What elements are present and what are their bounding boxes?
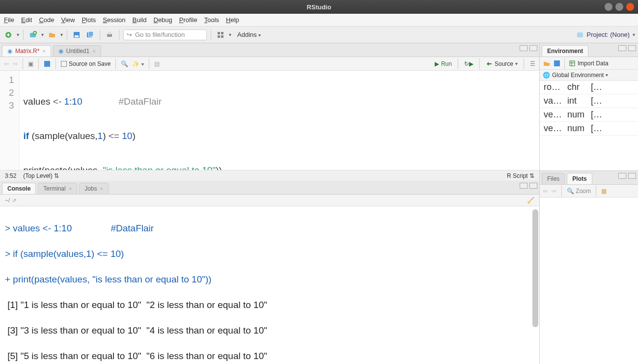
tab-jobs[interactable]: Jobs ×: [79, 183, 109, 194]
maximize-pane-button[interactable]: [628, 173, 636, 179]
console-line: [5] "5 is less than or equal to 10" "6 i…: [5, 350, 534, 363]
import-dataset-button[interactable]: Import Data: [569, 60, 609, 67]
tab-files[interactable]: Files: [542, 173, 565, 184]
save-file-button[interactable]: [44, 60, 51, 67]
project-selector[interactable]: Project: (None) ▾: [576, 31, 635, 39]
minimize-pane-button[interactable]: [618, 45, 626, 51]
environment-scope[interactable]: 🌐 Global Environment ▾: [540, 70, 638, 81]
tab-untitled1[interactable]: ◉ Untitled1 ×: [53, 45, 101, 56]
console-line: [1] "1 is less than or equal to 10" "2 i…: [5, 299, 534, 311]
save-button[interactable]: [71, 29, 82, 40]
wand-button[interactable]: ✨ ▾: [132, 60, 143, 67]
dropdown-caret-icon[interactable]: ▾: [229, 32, 231, 37]
save-workspace-button[interactable]: [554, 60, 560, 67]
scope-selector[interactable]: (Top Level) ⇅: [23, 172, 59, 179]
menu-file[interactable]: File: [4, 16, 14, 24]
outline-button[interactable]: ☰: [530, 60, 535, 67]
arrow-right-icon: ↪: [127, 31, 132, 38]
goto-file-input[interactable]: ↪ Go to file/function: [123, 29, 207, 40]
environment-table: ro…chr[… va…int[… ve…num[… ve…num[…: [540, 81, 638, 136]
close-button[interactable]: [626, 3, 634, 11]
console-output[interactable]: > values <- 1:10 #DataFlair > if (sample…: [0, 206, 539, 364]
addins-menu[interactable]: Addins ▾: [237, 31, 261, 38]
console-path-bar: ~/ ⇗ 🧹: [0, 195, 539, 206]
export-plot-button[interactable]: ▦: [601, 188, 607, 195]
close-tab-icon[interactable]: ×: [92, 48, 95, 54]
compile-report-button[interactable]: ▤: [154, 60, 160, 67]
environment-tabs: Environment: [540, 43, 638, 57]
menu-edit[interactable]: Edit: [21, 16, 32, 24]
svg-rect-12: [221, 35, 223, 38]
print-button[interactable]: [104, 29, 115, 40]
tab-console[interactable]: Console: [2, 183, 36, 194]
svg-rect-14: [44, 61, 50, 67]
grid-view-button[interactable]: [215, 29, 226, 40]
open-file-button[interactable]: [47, 29, 57, 40]
menu-plots[interactable]: Plots: [82, 16, 96, 24]
forward-button[interactable]: ⇨: [13, 60, 18, 67]
source-on-save-checkbox[interactable]: Source on Save: [61, 60, 111, 67]
tab-plots[interactable]: Plots: [567, 173, 592, 184]
tab-environment[interactable]: Environment: [542, 45, 588, 56]
menu-build[interactable]: Build: [133, 16, 147, 24]
maximize-pane-button[interactable]: [529, 183, 537, 189]
menu-help[interactable]: Help: [226, 16, 239, 24]
dropdown-caret-icon[interactable]: ▾: [17, 32, 19, 37]
file-type-selector[interactable]: R Script ⇅: [507, 172, 534, 179]
plots-tabs: Files Plots: [540, 171, 638, 185]
working-dir: ~/: [5, 197, 10, 204]
code-line[interactable]: if (sample(values,1) <= 10): [24, 130, 222, 142]
save-all-button[interactable]: [85, 29, 96, 40]
svg-rect-8: [108, 32, 111, 34]
source-button[interactable]: Source ▾: [486, 60, 518, 67]
menu-code[interactable]: Code: [39, 16, 54, 24]
env-row[interactable]: ve…num[…: [540, 122, 638, 136]
find-button[interactable]: 🔍: [121, 60, 128, 67]
maximize-pane-button[interactable]: [529, 45, 537, 51]
back-button[interactable]: ⇦: [4, 60, 9, 67]
environment-toolbar: Import Data: [540, 57, 638, 70]
menu-tools[interactable]: Tools: [204, 16, 219, 24]
rerun-button[interactable]: ↻▶: [464, 60, 473, 67]
new-file-button[interactable]: [3, 29, 14, 40]
menu-session[interactable]: Session: [103, 16, 125, 24]
clear-console-button[interactable]: 🧹: [527, 197, 534, 204]
menubar: File Edit Code View Plots Session Build …: [0, 14, 638, 27]
svg-rect-9: [218, 32, 220, 34]
code-line[interactable]: values <- 1:10 #DataFlair: [24, 95, 222, 108]
run-button[interactable]: ▶ Run: [435, 60, 452, 67]
dropdown-caret-icon[interactable]: ▾: [60, 32, 63, 37]
new-project-button[interactable]: [28, 29, 38, 40]
env-row[interactable]: ro…chr[…: [540, 81, 638, 94]
svg-rect-15: [554, 60, 560, 66]
r-file-icon: ◉: [58, 48, 63, 55]
minimize-pane-button[interactable]: [520, 45, 527, 51]
menu-profile[interactable]: Profile: [179, 16, 197, 24]
minimize-pane-button[interactable]: [520, 183, 527, 189]
close-tab-icon[interactable]: ×: [42, 48, 45, 54]
code-editor[interactable]: 1 2 3 values <- 1:10 #DataFlair if (samp…: [0, 71, 539, 170]
zoom-button[interactable]: 🔍 Zoom: [567, 188, 591, 195]
dropdown-caret-icon[interactable]: ▾: [41, 32, 44, 37]
prev-plot-button[interactable]: ⇦: [543, 188, 548, 195]
minimize-button[interactable]: [605, 3, 612, 11]
next-plot-button[interactable]: ⇨: [552, 188, 556, 195]
tab-matrix-r[interactable]: ◉ Matrix.R* ×: [2, 45, 51, 56]
maximize-pane-button[interactable]: [628, 45, 636, 51]
source-toolbar: ⇦ ⇨ ▣ Source on Save 🔍 ✨ ▾ ▤ ▶ Run: [0, 57, 539, 71]
menu-debug[interactable]: Debug: [154, 16, 172, 24]
scrollbar-thumb[interactable]: [532, 209, 538, 327]
env-row[interactable]: ve…num[…: [540, 108, 638, 122]
minimize-pane-button[interactable]: [618, 173, 626, 179]
env-row[interactable]: va…int[…: [540, 94, 638, 108]
goto-dir-icon[interactable]: ⇗: [12, 197, 17, 204]
maximize-button[interactable]: [615, 3, 623, 11]
console-tabs: Console Terminal × Jobs ×: [0, 181, 539, 195]
code-line[interactable]: print(paste(values, "is less than or equ…: [24, 164, 222, 170]
menu-view[interactable]: View: [61, 16, 75, 24]
show-in-new-window-button[interactable]: ▣: [28, 60, 33, 67]
globe-icon: 🌐: [543, 72, 550, 79]
titlebar: RStudio: [0, 0, 638, 14]
load-workspace-button[interactable]: [543, 59, 551, 67]
tab-terminal[interactable]: Terminal ×: [38, 183, 77, 194]
